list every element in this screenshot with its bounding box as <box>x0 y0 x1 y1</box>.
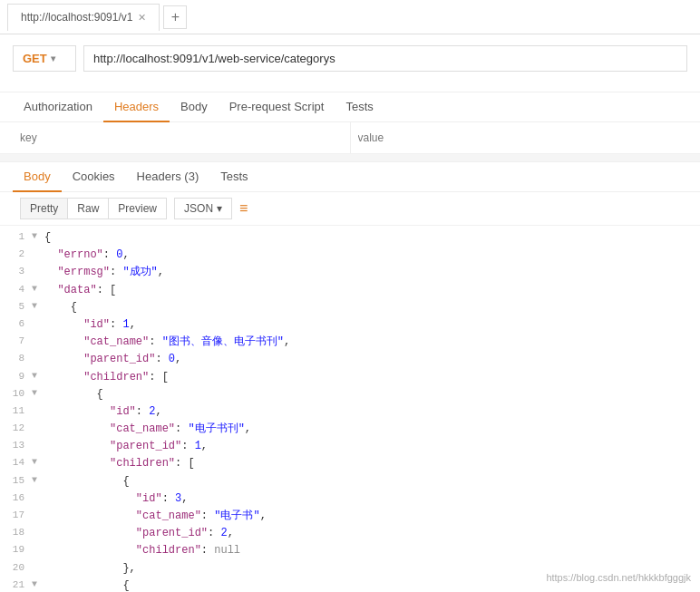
line-content: { <box>44 299 700 316</box>
top-tab-bar: http://localhost:9091/v1 ✕ + <box>0 0 700 34</box>
resp-tab-headers[interactable]: Headers (3) <box>126 162 210 192</box>
line-number: 3 <box>0 264 32 280</box>
json-line: 3 "errmsg": "成功", <box>0 264 700 281</box>
json-line: 16 "id": 3, <box>0 490 700 508</box>
json-line: 4▼ "data": [ <box>0 282 700 299</box>
json-line: 11 "id": 2, <box>0 403 700 421</box>
tab-tests[interactable]: Tests <box>335 92 384 122</box>
json-viewer: 1▼{2 "errno": 0,3 "errmsg": "成功",4▼ "dat… <box>0 226 700 592</box>
watermark: https://blog.csdn.net/hkkkbfgggjk <box>546 572 691 583</box>
line-content: "children": null <box>44 542 700 559</box>
line-toggle[interactable]: ▼ <box>32 386 44 401</box>
kv-row <box>0 122 700 154</box>
request-area: GET ▾ <box>0 34 700 92</box>
format-type-label: JSON <box>184 202 213 215</box>
line-toggle[interactable]: ▼ <box>32 455 44 470</box>
response-tabs: Body Cookies Headers (3) Tests <box>0 162 700 192</box>
line-content: "parent_id": 2, <box>44 525 700 542</box>
line-toggle[interactable]: ▼ <box>32 369 44 383</box>
top-tab[interactable]: http://localhost:9091/v1 ✕ <box>7 4 160 31</box>
line-number: 6 <box>0 316 32 333</box>
tab-headers[interactable]: Headers <box>103 92 170 122</box>
line-content: "id": 1, <box>44 316 700 334</box>
line-content: "children": [ <box>44 455 700 472</box>
json-line: 19 "children": null <box>0 542 700 559</box>
line-content: { <box>44 386 700 403</box>
wrap-icon[interactable]: ≡ <box>239 200 248 217</box>
json-line: 18 "parent_id": 2, <box>0 525 700 542</box>
line-content: "cat_name": "图书、音像、电子书刊", <box>44 334 700 351</box>
json-line: 2 "errno": 0, <box>0 247 700 264</box>
line-toggle[interactable]: ▼ <box>32 577 44 592</box>
line-content: "data": [ <box>44 282 700 299</box>
line-number: 13 <box>0 438 32 454</box>
line-number: 11 <box>0 403 32 420</box>
format-preview[interactable]: Preview <box>109 199 166 218</box>
resp-tab-cookies[interactable]: Cookies <box>62 162 126 192</box>
line-content: "id": 2, <box>44 403 700 421</box>
url-input[interactable] <box>83 45 687 72</box>
request-line: GET ▾ <box>13 45 687 72</box>
line-number: 5 <box>0 299 32 315</box>
resp-tab-tests[interactable]: Tests <box>209 162 258 192</box>
format-dropdown[interactable]: JSON ▾ <box>174 198 232 219</box>
line-number: 15 <box>0 473 32 490</box>
line-content: "parent_id": 0, <box>44 351 700 368</box>
line-number: 12 <box>0 421 32 437</box>
json-line: 8 "parent_id": 0, <box>0 351 700 368</box>
line-number: 19 <box>0 542 32 558</box>
line-content: { <box>44 473 700 490</box>
line-content: "id": 3, <box>44 490 700 508</box>
json-line: 13 "parent_id": 1, <box>0 438 700 455</box>
tab-authorization[interactable]: Authorization <box>13 92 103 122</box>
method-label: GET <box>23 52 47 65</box>
add-icon: + <box>171 9 180 25</box>
json-line: 6 "id": 1, <box>0 316 700 334</box>
line-number: 8 <box>0 351 32 367</box>
line-number: 21 <box>0 577 32 592</box>
line-content: "cat_name": "电子书刊", <box>44 421 700 438</box>
line-number: 14 <box>0 455 32 471</box>
line-number: 20 <box>0 560 32 577</box>
line-toggle[interactable]: ▼ <box>32 282 44 296</box>
format-dropdown-chevron-icon: ▾ <box>217 202 222 215</box>
line-number: 1 <box>0 229 32 246</box>
add-tab-button[interactable]: + <box>163 5 187 29</box>
json-line: 5▼ { <box>0 299 700 316</box>
key-input[interactable] <box>13 122 350 153</box>
json-line: 7 "cat_name": "图书、音像、电子书刊", <box>0 334 700 351</box>
line-number: 7 <box>0 334 32 350</box>
line-toggle[interactable]: ▼ <box>32 229 44 244</box>
json-line: 12 "cat_name": "电子书刊", <box>0 421 700 438</box>
json-line: 14▼ "children": [ <box>0 455 700 472</box>
format-pretty[interactable]: Pretty <box>21 199 68 218</box>
tab-prerequest[interactable]: Pre-request Script <box>219 92 335 122</box>
line-number: 17 <box>0 508 32 524</box>
resp-tab-body[interactable]: Body <box>13 162 62 192</box>
line-number: 18 <box>0 525 32 541</box>
line-content: "parent_id": 1, <box>44 438 700 455</box>
response-area: Body Cookies Headers (3) Tests Pretty Ra… <box>0 161 700 592</box>
method-select[interactable]: GET ▾ <box>13 45 76 72</box>
json-line: 10▼ { <box>0 386 700 403</box>
json-line: 15▼ { <box>0 473 700 490</box>
method-chevron-icon: ▾ <box>51 53 55 63</box>
json-line: 1▼{ <box>0 229 700 247</box>
json-line: 9▼ "children": [ <box>0 369 700 386</box>
format-raw[interactable]: Raw <box>68 199 109 218</box>
format-group: Pretty Raw Preview <box>20 198 167 219</box>
response-toolbar: Pretty Raw Preview JSON ▾ ≡ <box>0 192 700 226</box>
line-content: "cat_name": "电子书", <box>44 508 700 525</box>
line-toggle[interactable]: ▼ <box>32 299 44 314</box>
line-toggle[interactable]: ▼ <box>32 473 44 488</box>
json-line: 17 "cat_name": "电子书", <box>0 508 700 525</box>
request-tabs: Authorization Headers Body Pre-request S… <box>0 92 700 122</box>
value-input[interactable] <box>351 122 688 153</box>
top-tab-label: http://localhost:9091/v1 <box>21 11 132 24</box>
line-content: { <box>44 229 700 247</box>
tab-body[interactable]: Body <box>170 92 219 122</box>
tab-close-icon[interactable]: ✕ <box>138 12 146 24</box>
line-content: "children": [ <box>44 369 700 386</box>
line-number: 4 <box>0 282 32 298</box>
line-number: 9 <box>0 369 32 385</box>
